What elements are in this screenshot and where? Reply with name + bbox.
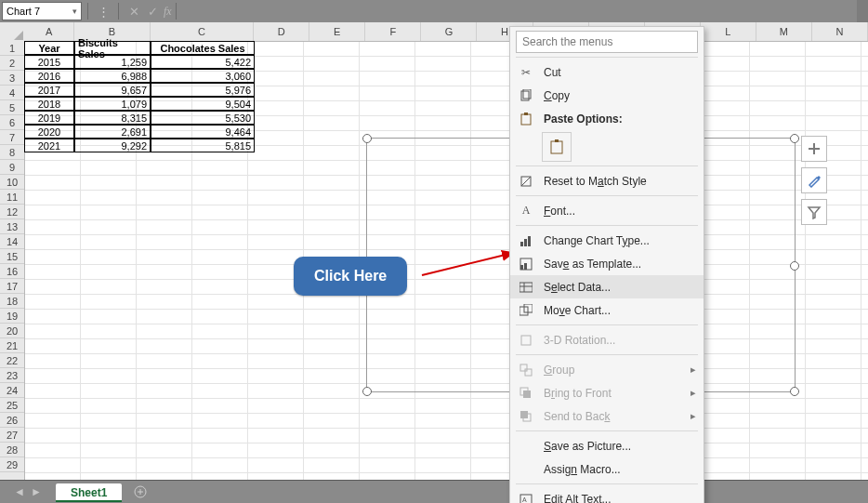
row-header-3[interactable]: 3	[0, 71, 24, 86]
row-header-8[interactable]: 8	[0, 145, 24, 160]
svg-rect-4	[521, 114, 531, 125]
cell[interactable]: 2016	[24, 69, 74, 83]
row-header-28[interactable]: 28	[0, 443, 24, 457]
tab-nav[interactable]: ◄ ►	[0, 485, 56, 498]
row-header-1[interactable]: 1	[0, 41, 24, 56]
column-headers[interactable]: ABCDEFGHIJKLMN	[24, 22, 868, 42]
row-header-16[interactable]: 16	[0, 264, 24, 279]
cell[interactable]: Year	[24, 41, 74, 55]
formula-input[interactable]	[176, 3, 857, 20]
row-header-10[interactable]: 10	[0, 175, 24, 190]
cell[interactable]: 5,530	[151, 111, 255, 125]
cell[interactable]: 5,976	[151, 83, 255, 97]
fx-label[interactable]: fx	[164, 5, 172, 19]
cell[interactable]: 2017	[24, 83, 74, 97]
row-header-26[interactable]: 26	[0, 413, 24, 428]
cell[interactable]: 2020	[24, 125, 74, 139]
cell[interactable]: 5,422	[151, 55, 255, 69]
column-header-G[interactable]: G	[421, 22, 477, 41]
row-header-17[interactable]: 17	[0, 279, 24, 294]
menu-move-chart[interactable]: Move Chart...	[510, 298, 704, 322]
cell[interactable]: Biscuits Sales	[74, 41, 151, 55]
cell[interactable]: 2019	[24, 111, 74, 125]
cell[interactable]: 6,988	[74, 69, 151, 83]
menu-send-to-back: Send to Back ▸	[510, 404, 704, 428]
cell[interactable]: 1,259	[74, 55, 151, 69]
column-header-E[interactable]: E	[309, 22, 365, 41]
row-header-11[interactable]: 11	[0, 190, 24, 205]
tab-sheet1[interactable]: Sheet1	[56, 483, 122, 502]
row-header-14[interactable]: 14	[0, 234, 24, 249]
row-header-7[interactable]: 7	[0, 130, 24, 145]
menu-reset-style[interactable]: Reset to Match Style	[510, 169, 704, 192]
row-header-23[interactable]: 23	[0, 368, 24, 383]
cell[interactable]: 2015	[24, 55, 74, 69]
row-header-24[interactable]: 24	[0, 383, 24, 398]
row-header-19[interactable]: 19	[0, 309, 24, 324]
chart-elements-button[interactable]	[801, 136, 827, 162]
row-header-22[interactable]: 22	[0, 353, 24, 368]
name-box[interactable]: Chart 7 ▾	[2, 2, 82, 20]
new-sheet-button[interactable]	[129, 483, 151, 501]
move-chart-icon	[518, 304, 534, 317]
cell[interactable]: 8,315	[74, 111, 151, 125]
cell[interactable]: 9,292	[74, 139, 151, 152]
chart-filters-button[interactable]	[801, 199, 827, 225]
row-header-12[interactable]: 12	[0, 205, 24, 219]
menu-font[interactable]: A Font...	[510, 199, 704, 222]
menu-copy[interactable]: Copy	[510, 84, 704, 107]
cell[interactable]: 9,657	[74, 83, 151, 97]
paste-default-button[interactable]	[542, 132, 572, 162]
menu-cut[interactable]: ✂ Cut	[510, 60, 704, 84]
row-header-13[interactable]: 13	[0, 219, 24, 234]
row-header-27[interactable]: 27	[0, 428, 24, 443]
menu-edit-alt-text[interactable]: A Edit Alt Text...	[510, 487, 704, 503]
alt-text-icon: A	[518, 493, 534, 504]
cell[interactable]: 3,060	[151, 69, 255, 83]
cell[interactable]: 5,815	[151, 139, 255, 152]
tab-prev-icon[interactable]: ◄	[14, 485, 25, 498]
cell[interactable]: Chocolates Sales	[151, 41, 255, 55]
row-header-21[interactable]: 21	[0, 338, 24, 353]
row-header-2[interactable]: 2	[0, 56, 24, 71]
row-header-18[interactable]: 18	[0, 294, 24, 309]
menu-assign-macro[interactable]: Assign Macro...	[510, 457, 704, 481]
rotation-icon	[518, 334, 534, 347]
select-all-corner[interactable]	[0, 22, 25, 42]
cell[interactable]: 2,691	[74, 125, 151, 139]
copy-icon	[518, 89, 534, 102]
cell[interactable]: 2021	[24, 139, 74, 152]
chevron-down-icon[interactable]: ▾	[72, 3, 77, 20]
row-headers[interactable]: 1234567891011121314151617181920212223242…	[0, 41, 25, 481]
cell[interactable]: 9,504	[151, 97, 255, 111]
vertical-dots-icon[interactable]: ⋮	[94, 3, 112, 20]
column-header-D[interactable]: D	[254, 22, 309, 41]
menu-select-data[interactable]: Select Data...	[510, 275, 704, 298]
menu-save-as-picture[interactable]: Save as Picture...	[510, 434, 704, 457]
column-header-A[interactable]: A	[24, 22, 74, 41]
menu-change-chart-type[interactable]: Change Chart Type...	[510, 229, 704, 252]
row-header-6[interactable]: 6	[0, 115, 24, 130]
tab-next-icon[interactable]: ►	[31, 485, 42, 498]
menu-paste-options: Paste Options:	[510, 107, 704, 130]
svg-rect-15	[519, 283, 533, 292]
menu-search-input[interactable]: Search the menus	[516, 31, 698, 53]
row-header-29[interactable]: 29	[0, 457, 24, 472]
row-header-15[interactable]: 15	[0, 249, 24, 264]
spreadsheet-grid[interactable]: ABCDEFGHIJKLMN 1234567891011121314151617…	[0, 22, 868, 481]
row-header-9[interactable]: 9	[0, 160, 24, 175]
cell[interactable]: 1,079	[74, 97, 151, 111]
row-header-4[interactable]: 4	[0, 86, 24, 100]
column-header-F[interactable]: F	[365, 22, 421, 41]
row-header-20[interactable]: 20	[0, 324, 24, 338]
column-header-L[interactable]: L	[701, 22, 756, 41]
cell[interactable]: 9,464	[151, 125, 255, 139]
chart-styles-button[interactable]	[801, 167, 827, 193]
column-header-C[interactable]: C	[151, 22, 254, 41]
menu-save-template[interactable]: Save as Template...	[510, 252, 704, 275]
row-header-25[interactable]: 25	[0, 398, 24, 413]
column-header-N[interactable]: N	[812, 22, 868, 41]
column-header-M[interactable]: M	[756, 22, 812, 41]
row-header-5[interactable]: 5	[0, 100, 24, 115]
cell[interactable]: 2018	[24, 97, 74, 111]
